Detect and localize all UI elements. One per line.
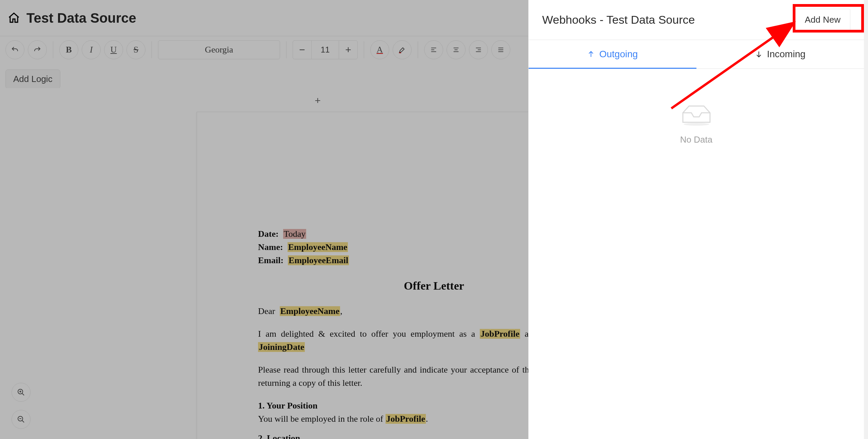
add-new-button[interactable]: Add New xyxy=(795,9,851,31)
empty-inbox-icon xyxy=(679,103,713,126)
vertical-scrollbar[interactable] xyxy=(864,0,868,439)
tab-incoming[interactable]: Incoming xyxy=(696,40,864,68)
modal-scrim[interactable] xyxy=(0,0,532,439)
tab-incoming-label: Incoming xyxy=(767,49,806,60)
panel-header: Webhooks - Test Data Source Add New xyxy=(529,0,864,40)
panel-title: Webhooks - Test Data Source xyxy=(542,13,795,26)
empty-state-text: No Data xyxy=(680,134,712,145)
webhooks-panel: Webhooks - Test Data Source Add New Outg… xyxy=(528,0,864,439)
tab-outgoing-label: Outgoing xyxy=(599,49,638,60)
panel-body: No Data xyxy=(529,69,864,439)
panel-tabs: Outgoing Incoming xyxy=(529,40,864,69)
tab-outgoing[interactable]: Outgoing xyxy=(529,40,696,68)
svg-point-25 xyxy=(684,123,709,126)
